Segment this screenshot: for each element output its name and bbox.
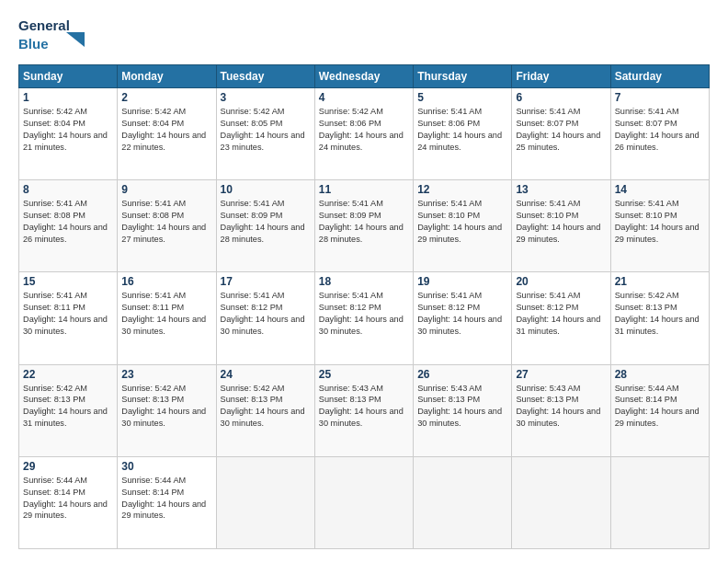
calendar-cell-1: 1 Sunrise: 5:42 AMSunset: 8:04 PMDayligh… (19, 88, 118, 180)
day-info: Sunrise: 5:41 AMSunset: 8:06 PMDaylight:… (417, 106, 507, 154)
day-info: Sunrise: 5:41 AMSunset: 8:12 PMDaylight:… (417, 290, 507, 338)
header: General Blue (18, 14, 710, 55)
day-info: Sunrise: 5:42 AMSunset: 8:13 PMDaylight:… (221, 383, 311, 431)
day-number: 13 (516, 183, 606, 196)
day-info: Sunrise: 5:42 AMSunset: 8:05 PMDaylight:… (221, 106, 311, 154)
calendar-cell-25: 25 Sunrise: 5:43 AMSunset: 8:13 PMDaylig… (314, 364, 413, 456)
calendar-cell-12: 12 Sunrise: 5:41 AMSunset: 8:10 PMDaylig… (414, 180, 512, 272)
calendar-cell-18: 18 Sunrise: 5:41 AMSunset: 8:12 PMDaylig… (314, 272, 413, 364)
calendar-cell-2: 2 Sunrise: 5:42 AMSunset: 8:04 PMDayligh… (118, 88, 216, 180)
calendar-cell-3: 3 Sunrise: 5:42 AMSunset: 8:05 PMDayligh… (216, 88, 314, 180)
calendar-cell-6: 6 Sunrise: 5:41 AMSunset: 8:07 PMDayligh… (512, 88, 610, 180)
calendar-cell-9: 9 Sunrise: 5:41 AMSunset: 8:08 PMDayligh… (118, 180, 216, 272)
calendar-row-2: 15 Sunrise: 5:41 AMSunset: 8:11 PMDaylig… (19, 272, 710, 364)
day-info: Sunrise: 5:42 AMSunset: 8:13 PMDaylight:… (615, 290, 705, 338)
day-info: Sunrise: 5:42 AMSunset: 8:04 PMDaylight:… (23, 106, 113, 154)
day-number: 10 (221, 183, 311, 196)
day-number: 27 (516, 368, 606, 381)
day-number: 7 (615, 91, 705, 104)
day-info: Sunrise: 5:41 AMSunset: 8:08 PMDaylight:… (23, 198, 113, 246)
svg-text:Blue: Blue (18, 36, 49, 52)
calendar-cell-7: 7 Sunrise: 5:41 AMSunset: 8:07 PMDayligh… (610, 88, 709, 180)
day-number: 19 (417, 275, 507, 288)
calendar-cell-20: 20 Sunrise: 5:41 AMSunset: 8:12 PMDaylig… (512, 272, 610, 364)
day-info: Sunrise: 5:44 AMSunset: 8:14 PMDaylight:… (121, 475, 211, 523)
calendar-row-0: 1 Sunrise: 5:42 AMSunset: 8:04 PMDayligh… (19, 88, 710, 180)
calendar-row-1: 8 Sunrise: 5:41 AMSunset: 8:08 PMDayligh… (19, 180, 710, 272)
calendar-cell-22: 22 Sunrise: 5:42 AMSunset: 8:13 PMDaylig… (19, 364, 118, 456)
calendar-cell-24: 24 Sunrise: 5:42 AMSunset: 8:13 PMDaylig… (216, 364, 314, 456)
col-header-saturday: Saturday (610, 65, 709, 88)
calendar-row-4: 29 Sunrise: 5:44 AMSunset: 8:14 PMDaylig… (19, 456, 710, 548)
calendar-cell-empty (216, 456, 314, 548)
day-number: 24 (221, 368, 311, 381)
day-number: 3 (221, 91, 311, 104)
day-number: 28 (615, 368, 705, 381)
day-info: Sunrise: 5:41 AMSunset: 8:12 PMDaylight:… (221, 290, 311, 338)
calendar-cell-26: 26 Sunrise: 5:43 AMSunset: 8:13 PMDaylig… (414, 364, 512, 456)
day-number: 30 (121, 460, 211, 473)
day-info: Sunrise: 5:43 AMSunset: 8:13 PMDaylight:… (319, 383, 409, 431)
col-header-monday: Monday (118, 65, 216, 88)
calendar-cell-14: 14 Sunrise: 5:41 AMSunset: 8:10 PMDaylig… (610, 180, 709, 272)
day-number: 5 (417, 91, 507, 104)
calendar-cell-8: 8 Sunrise: 5:41 AMSunset: 8:08 PMDayligh… (19, 180, 118, 272)
day-number: 2 (121, 91, 211, 104)
calendar-cell-empty (314, 456, 413, 548)
day-info: Sunrise: 5:44 AMSunset: 8:14 PMDaylight:… (23, 475, 113, 523)
calendar-row-3: 22 Sunrise: 5:42 AMSunset: 8:13 PMDaylig… (19, 364, 710, 456)
day-number: 22 (23, 368, 113, 381)
day-number: 18 (319, 275, 409, 288)
calendar-cell-empty (610, 456, 709, 548)
col-header-thursday: Thursday (414, 65, 512, 88)
day-number: 20 (516, 275, 606, 288)
day-number: 15 (23, 275, 113, 288)
day-number: 29 (23, 460, 113, 473)
day-info: Sunrise: 5:44 AMSunset: 8:14 PMDaylight:… (615, 383, 705, 431)
calendar-cell-21: 21 Sunrise: 5:42 AMSunset: 8:13 PMDaylig… (610, 272, 709, 364)
svg-text:General: General (18, 17, 70, 33)
day-number: 9 (121, 183, 211, 196)
calendar-cell-5: 5 Sunrise: 5:41 AMSunset: 8:06 PMDayligh… (414, 88, 512, 180)
day-info: Sunrise: 5:41 AMSunset: 8:11 PMDaylight:… (121, 290, 211, 338)
day-info: Sunrise: 5:41 AMSunset: 8:07 PMDaylight:… (516, 106, 606, 154)
day-info: Sunrise: 5:42 AMSunset: 8:06 PMDaylight:… (319, 106, 409, 154)
col-header-tuesday: Tuesday (216, 65, 314, 88)
col-header-wednesday: Wednesday (314, 65, 413, 88)
calendar-cell-15: 15 Sunrise: 5:41 AMSunset: 8:11 PMDaylig… (19, 272, 118, 364)
day-info: Sunrise: 5:41 AMSunset: 8:09 PMDaylight:… (319, 198, 409, 246)
day-number: 23 (121, 368, 211, 381)
logo-svg: General Blue (18, 14, 101, 55)
calendar-cell-4: 4 Sunrise: 5:42 AMSunset: 8:06 PMDayligh… (314, 88, 413, 180)
calendar-cell-28: 28 Sunrise: 5:44 AMSunset: 8:14 PMDaylig… (610, 364, 709, 456)
calendar-header-row: SundayMondayTuesdayWednesdayThursdayFrid… (19, 65, 710, 88)
calendar-cell-19: 19 Sunrise: 5:41 AMSunset: 8:12 PMDaylig… (414, 272, 512, 364)
calendar-cell-11: 11 Sunrise: 5:41 AMSunset: 8:09 PMDaylig… (314, 180, 413, 272)
day-number: 8 (23, 183, 113, 196)
col-header-sunday: Sunday (19, 65, 118, 88)
calendar-cell-empty (512, 456, 610, 548)
logo: General Blue (18, 14, 101, 55)
page: General Blue SundayMondayTuesdayWednesda… (0, 0, 728, 563)
day-info: Sunrise: 5:42 AMSunset: 8:04 PMDaylight:… (121, 106, 211, 154)
calendar-cell-10: 10 Sunrise: 5:41 AMSunset: 8:09 PMDaylig… (216, 180, 314, 272)
calendar-cell-27: 27 Sunrise: 5:43 AMSunset: 8:13 PMDaylig… (512, 364, 610, 456)
day-info: Sunrise: 5:41 AMSunset: 8:07 PMDaylight:… (615, 106, 705, 154)
calendar-cell-17: 17 Sunrise: 5:41 AMSunset: 8:12 PMDaylig… (216, 272, 314, 364)
day-number: 1 (23, 91, 113, 104)
day-number: 16 (121, 275, 211, 288)
day-number: 4 (319, 91, 409, 104)
day-info: Sunrise: 5:43 AMSunset: 8:13 PMDaylight:… (516, 383, 606, 431)
day-info: Sunrise: 5:41 AMSunset: 8:10 PMDaylight:… (417, 198, 507, 246)
day-number: 14 (615, 183, 705, 196)
day-number: 17 (221, 275, 311, 288)
day-number: 21 (615, 275, 705, 288)
svg-marker-1 (66, 32, 85, 47)
day-info: Sunrise: 5:41 AMSunset: 8:12 PMDaylight:… (516, 290, 606, 338)
calendar-cell-empty (414, 456, 512, 548)
day-info: Sunrise: 5:41 AMSunset: 8:11 PMDaylight:… (23, 290, 113, 338)
calendar-cell-16: 16 Sunrise: 5:41 AMSunset: 8:11 PMDaylig… (118, 272, 216, 364)
day-info: Sunrise: 5:41 AMSunset: 8:08 PMDaylight:… (121, 198, 211, 246)
day-info: Sunrise: 5:42 AMSunset: 8:13 PMDaylight:… (23, 383, 113, 431)
calendar-table: SundayMondayTuesdayWednesdayThursdayFrid… (18, 64, 710, 549)
